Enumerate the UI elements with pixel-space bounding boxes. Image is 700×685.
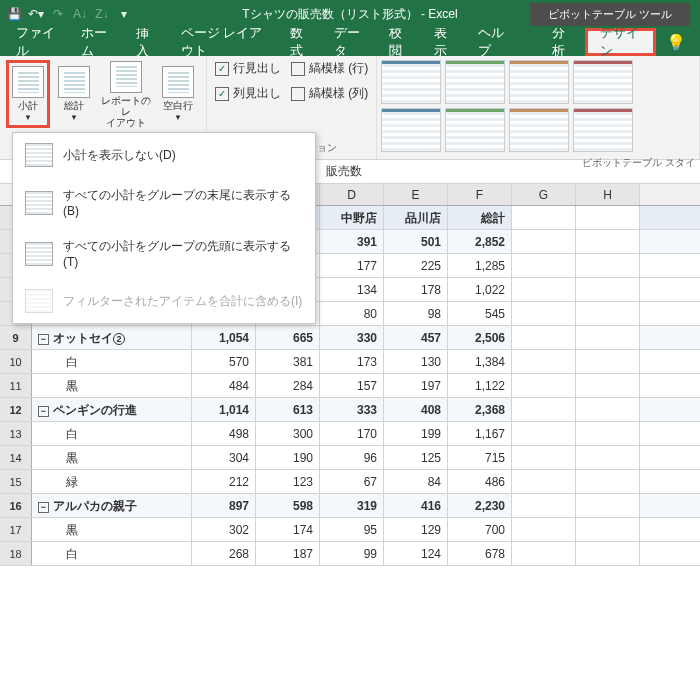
sort-asc-icon[interactable]: A↓ [72,6,88,22]
cell[interactable] [512,326,576,349]
cell[interactable]: 124 [384,542,448,565]
cell[interactable]: 501 [384,230,448,253]
cell[interactable] [576,374,640,397]
cell[interactable]: 199 [384,422,448,445]
cell[interactable]: 67 [320,470,384,493]
menu-hide-subtotals[interactable]: 小計を表示しない(D) [13,133,315,177]
cell[interactable]: 457 [384,326,448,349]
menu-show-bottom[interactable]: すべての小計をグループの末尾に表示する(B) [13,177,315,228]
cell[interactable]: 125 [384,446,448,469]
cell[interactable] [576,518,640,541]
cell[interactable]: 173 [320,350,384,373]
style-swatch[interactable] [509,60,569,104]
row-label[interactable]: 黒 [32,518,192,541]
cell[interactable] [576,206,640,229]
row-header[interactable]: 10 [0,350,32,373]
row-header[interactable]: 18 [0,542,32,565]
cell[interactable]: 197 [384,374,448,397]
sort-desc-icon[interactable]: Z↓ [94,6,110,22]
cell[interactable]: 170 [320,422,384,445]
row-label[interactable]: 黒 [32,446,192,469]
cell[interactable]: 304 [192,446,256,469]
cell[interactable]: 381 [256,350,320,373]
cell[interactable] [512,302,576,325]
cell[interactable] [512,542,576,565]
report-layout-button[interactable]: レポートのレ イアウト [98,60,154,128]
col-header-d[interactable]: D [320,184,384,205]
col-total[interactable]: 総計 [448,206,512,229]
col-header-h[interactable]: H [576,184,640,205]
cell[interactable]: 1,022 [448,278,512,301]
cell[interactable]: 225 [384,254,448,277]
tab-review[interactable]: 校閲 [377,28,422,56]
undo-icon[interactable]: ↶▾ [28,6,44,22]
cell[interactable] [512,470,576,493]
banded-rows-checkbox[interactable]: 縞模様 (行) [291,60,368,77]
cell[interactable]: 187 [256,542,320,565]
cell[interactable]: 284 [256,374,320,397]
cell[interactable]: 190 [256,446,320,469]
cell[interactable]: 212 [192,470,256,493]
cell[interactable] [576,302,640,325]
tab-file[interactable]: ファイル [4,28,69,56]
cell[interactable]: 598 [256,494,320,517]
subtotals-button[interactable]: 小計 ▼ [6,60,50,128]
cell[interactable] [576,446,640,469]
cell[interactable]: 96 [320,446,384,469]
row-header[interactable]: 17 [0,518,32,541]
cell[interactable] [576,326,640,349]
cell[interactable]: 98 [384,302,448,325]
cell[interactable] [576,494,640,517]
cell[interactable] [512,374,576,397]
cell[interactable]: 330 [320,326,384,349]
row-header[interactable]: 16 [0,494,32,517]
cell[interactable] [576,422,640,445]
row-header[interactable]: 12 [0,398,32,421]
row-label[interactable]: 緑 [32,470,192,493]
cell[interactable]: 665 [256,326,320,349]
cell[interactable]: 498 [192,422,256,445]
cell[interactable] [512,518,576,541]
row-label[interactable]: −アルパカの親子 [32,494,192,517]
tab-design[interactable]: デザイン [585,28,656,56]
menu-show-top[interactable]: すべての小計をグループの先頭に表示する(T) [13,228,315,279]
cell[interactable] [576,278,640,301]
cell[interactable] [512,350,576,373]
cell[interactable]: 2,368 [448,398,512,421]
row-label[interactable]: −ペンギンの行進 [32,398,192,421]
style-swatch[interactable] [509,108,569,152]
cell[interactable] [512,398,576,421]
style-swatch[interactable] [381,108,441,152]
blank-rows-button[interactable]: 空白行 ▼ [156,60,200,128]
cell[interactable] [512,230,576,253]
cell[interactable]: 484 [192,374,256,397]
cell[interactable]: 1,285 [448,254,512,277]
cell[interactable] [512,446,576,469]
row-header[interactable]: 13 [0,422,32,445]
cell[interactable] [512,494,576,517]
cell[interactable]: 123 [256,470,320,493]
col-shinagawa[interactable]: 品川店 [384,206,448,229]
cell[interactable]: 333 [320,398,384,421]
row-label[interactable]: −オットセイ2 [32,326,192,349]
collapse-icon[interactable]: − [38,334,49,345]
style-swatch[interactable] [445,60,505,104]
collapse-icon[interactable]: − [38,406,49,417]
cell[interactable]: 129 [384,518,448,541]
cell[interactable]: 1,054 [192,326,256,349]
style-swatch[interactable] [573,108,633,152]
cell[interactable]: 130 [384,350,448,373]
tab-insert[interactable]: 挿入 [124,28,169,56]
tab-home[interactable]: ホーム [69,28,124,56]
cell[interactable]: 391 [320,230,384,253]
cell[interactable]: 2,506 [448,326,512,349]
redo-icon[interactable]: ↷ [50,6,66,22]
cell[interactable] [576,350,640,373]
tab-help[interactable]: ヘルプ [466,28,521,56]
row-header[interactable]: 15 [0,470,32,493]
cell[interactable]: 134 [320,278,384,301]
tab-formulas[interactable]: 数式 [278,28,323,56]
cell[interactable]: 157 [320,374,384,397]
cell[interactable] [576,254,640,277]
col-headers-checkbox[interactable]: ✓列見出し [215,85,281,102]
